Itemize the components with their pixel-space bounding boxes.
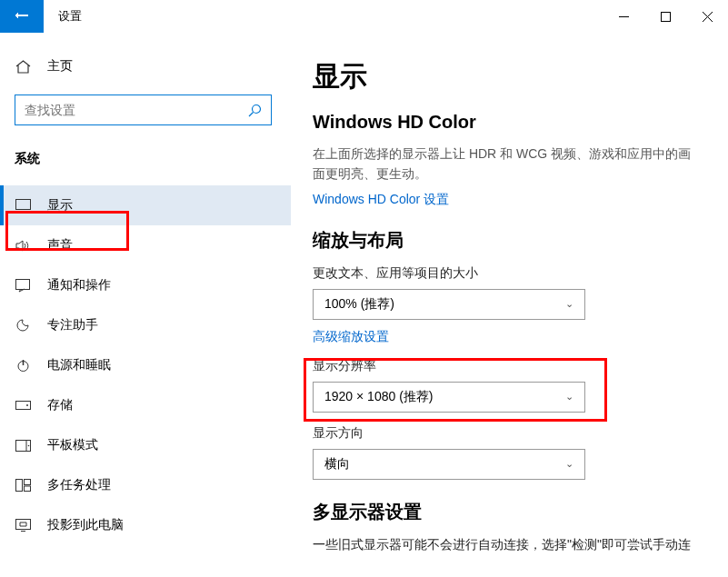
tablet-icon: [15, 440, 31, 452]
focus-icon: [15, 318, 31, 333]
text-size-value: 100% (推荐): [324, 296, 394, 313]
svg-rect-1: [661, 12, 670, 21]
svg-rect-11: [15, 402, 30, 410]
svg-rect-17: [24, 480, 30, 485]
sidebar-item-label: 专注助手: [47, 317, 98, 333]
sidebar-item-label: 电源和睡眠: [47, 357, 111, 373]
sidebar-item-focus[interactable]: 专注助手: [0, 305, 291, 345]
hd-color-heading: Windows HD Color: [313, 112, 701, 133]
scale-heading: 缩放与布局: [313, 228, 701, 253]
sidebar-item-label: 平板模式: [47, 437, 98, 453]
storage-icon: [15, 401, 31, 410]
search-icon: [248, 104, 262, 117]
notification-icon: [15, 279, 31, 293]
chevron-down-icon: ⌄: [565, 458, 573, 470]
close-icon: [703, 12, 713, 22]
sidebar-item-multitask[interactable]: 多任务处理: [0, 465, 291, 505]
svg-line-5: [249, 112, 254, 116]
power-icon: [15, 359, 31, 373]
sidebar-item-label: 多任务处理: [47, 477, 111, 493]
sound-icon: [15, 239, 31, 253]
arrow-left-icon: 🠔: [15, 8, 29, 25]
svg-point-15: [27, 444, 29, 446]
main-panel: 显示 Windows HD Color 在上面所选择的显示器上让 HDR 和 W…: [291, 33, 728, 577]
search-input[interactable]: [25, 103, 248, 117]
resolution-dropdown[interactable]: 1920 × 1080 (推荐) ⌄: [313, 382, 585, 413]
multi-display-desc: 一些旧式显示器可能不会进行自动连接，选择"检测"即可尝试手动连: [313, 537, 701, 553]
home-icon: [15, 60, 31, 74]
svg-rect-18: [24, 486, 30, 492]
orientation-dropdown[interactable]: 横向 ⌄: [313, 449, 585, 480]
maximize-button[interactable]: [644, 0, 686, 33]
minimize-button[interactable]: [603, 0, 644, 33]
chevron-down-icon: ⌄: [565, 391, 573, 403]
window-title: 设置: [58, 8, 82, 25]
sidebar-item-label: 声音: [47, 237, 73, 254]
multi-display-heading: 多显示器设置: [313, 500, 701, 524]
minimize-icon: [619, 16, 629, 17]
search-input-box[interactable]: [15, 95, 272, 125]
svg-rect-8: [16, 279, 30, 289]
sidebar-item-label: 通知和操作: [47, 277, 111, 293]
multitask-icon: [15, 479, 31, 492]
svg-point-4: [253, 104, 261, 113]
orientation-label: 显示方向: [313, 425, 701, 442]
home-link[interactable]: 主页: [0, 51, 291, 82]
sidebar-item-tablet[interactable]: 平板模式: [0, 425, 291, 465]
svg-rect-0: [619, 16, 629, 17]
resolution-value: 1920 × 1080 (推荐): [324, 389, 433, 405]
orientation-value: 横向: [324, 456, 350, 473]
window-controls: [603, 0, 728, 33]
resolution-label: 显示分辨率: [313, 358, 701, 374]
chevron-down-icon: ⌄: [565, 298, 573, 310]
maximize-icon: [661, 12, 671, 22]
sidebar: 主页 系统 显示 声音 通知和操作: [0, 33, 291, 577]
titlebar: 🠔 设置: [0, 0, 728, 33]
sidebar-item-display[interactable]: 显示: [0, 185, 291, 225]
svg-point-12: [26, 404, 28, 406]
back-button[interactable]: 🠔: [0, 0, 44, 33]
svg-rect-19: [15, 520, 30, 530]
sidebar-item-project[interactable]: 投影到此电脑: [0, 505, 291, 545]
display-icon: [15, 199, 31, 212]
hd-color-link[interactable]: Windows HD Color 设置: [313, 192, 701, 208]
sidebar-item-storage[interactable]: 存储: [0, 385, 291, 425]
sidebar-item-label: 投影到此电脑: [47, 517, 124, 533]
advanced-scale-link[interactable]: 高级缩放设置: [313, 329, 701, 345]
sidebar-item-label: 存储: [47, 397, 73, 413]
svg-rect-6: [15, 200, 30, 210]
page-title: 显示: [313, 58, 701, 95]
hd-color-desc: 在上面所选择的显示器上让 HDR 和 WCG 视频、游戏和应用中的画面更明亮、更…: [313, 144, 701, 184]
sidebar-item-notifications[interactable]: 通知和操作: [0, 265, 291, 305]
sidebar-item-power[interactable]: 电源和睡眠: [0, 345, 291, 385]
text-size-dropdown[interactable]: 100% (推荐) ⌄: [313, 289, 585, 320]
project-icon: [15, 519, 31, 532]
home-label: 主页: [47, 58, 73, 75]
text-size-label: 更改文本、应用等项目的大小: [313, 265, 701, 282]
svg-rect-16: [15, 480, 22, 492]
close-button[interactable]: [686, 0, 728, 33]
sidebar-item-label: 显示: [47, 197, 73, 214]
sidebar-item-sound[interactable]: 声音: [0, 225, 291, 265]
category-label: 系统: [0, 144, 291, 174]
